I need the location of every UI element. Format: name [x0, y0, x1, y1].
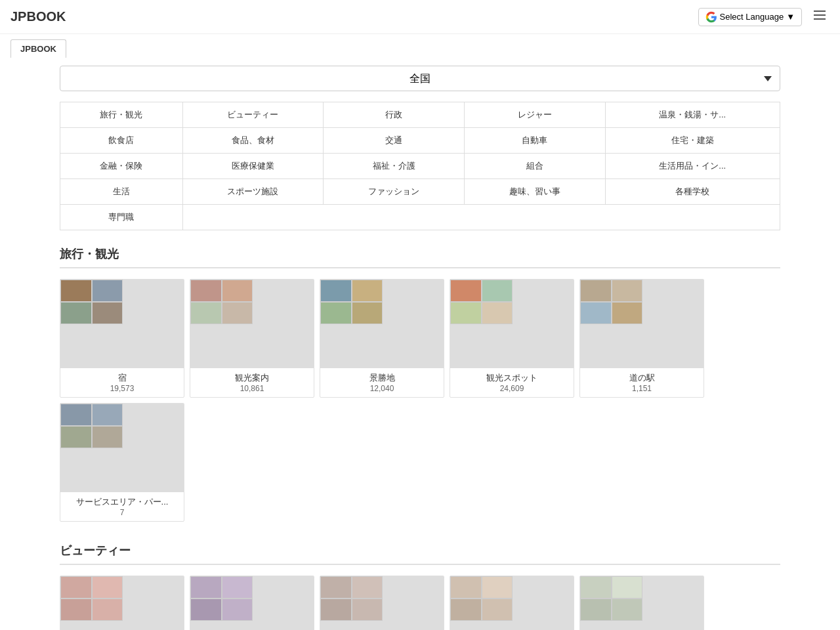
card-info: 道の駅 1,151	[580, 368, 704, 397]
region-select[interactable]: 全国	[60, 66, 780, 91]
card-img-bot-right	[612, 302, 643, 324]
card-img-top-left	[580, 576, 612, 598]
card-img-bot-left	[190, 302, 222, 324]
card-img-top-left	[60, 280, 92, 302]
category-cell[interactable]: ビューティー	[182, 102, 324, 128]
card[interactable]	[320, 576, 444, 630]
section-beauty: ビューティー	[60, 543, 780, 630]
category-cell[interactable]: 飲食店	[60, 128, 183, 154]
main-content: 全国 旅行・観光ビューティー行政レジャー温泉・銭湯・サ...飲食店食品、食材交通…	[49, 58, 791, 630]
category-cell[interactable]: 住宅・建築	[605, 128, 780, 154]
card-img-bot-right	[612, 598, 643, 621]
card-info: 宿 19,573	[60, 368, 184, 397]
section-divider	[60, 267, 780, 268]
card[interactable]	[60, 576, 184, 630]
card-images	[450, 576, 574, 630]
section-title: ビューティー	[60, 543, 131, 558]
translate-button[interactable]: Select Language ▼	[698, 8, 802, 26]
category-cell[interactable]	[464, 205, 605, 230]
section-header: ビューティー	[60, 543, 780, 558]
category-cell[interactable]: 温泉・銭湯・サ...	[605, 102, 780, 128]
translate-arrow: ▼	[786, 12, 795, 22]
tab-jpbook[interactable]: JPBOOK	[10, 39, 66, 58]
svg-rect-1	[814, 14, 826, 16]
card-img-bot-right	[222, 302, 253, 324]
card-info: 観光案内 10,861	[190, 368, 314, 397]
card-name: 観光案内	[196, 372, 308, 384]
card-img-top-left	[190, 280, 222, 302]
sections-container: 旅行・観光 宿 19,573	[60, 246, 780, 630]
category-cell[interactable]: スポーツ施設	[182, 179, 324, 205]
category-cell[interactable]: 旅行・観光	[60, 102, 183, 128]
category-cell[interactable]: 医療保健業	[182, 154, 324, 179]
category-cell[interactable]	[324, 205, 465, 230]
section-travel: 旅行・観光 宿 19,573	[60, 246, 780, 522]
card[interactable]: 観光スポット 24,609	[450, 279, 574, 398]
card-img-bot-right	[352, 302, 383, 324]
category-cell[interactable]: 生活	[60, 179, 183, 205]
card-img-inner	[320, 576, 383, 621]
card-img-top-right	[612, 576, 643, 598]
category-cell[interactable]: 食品、食材	[182, 128, 324, 154]
section-title: 旅行・観光	[60, 246, 119, 262]
card-img-inner	[60, 280, 123, 324]
category-cell[interactable]: 金融・保険	[60, 154, 183, 179]
category-cell[interactable]: レジャー	[464, 102, 605, 128]
category-cell[interactable]: 各種学校	[605, 179, 780, 205]
category-cell[interactable]: 組合	[464, 154, 605, 179]
card-img-top-left	[320, 280, 352, 302]
category-cell[interactable]: 自動車	[464, 128, 605, 154]
card-name: 宿	[66, 372, 178, 384]
card[interactable]: 景勝地 12,040	[320, 279, 444, 398]
card-images	[580, 280, 704, 368]
card-img-top-right	[222, 576, 253, 598]
card-images	[320, 280, 444, 368]
card-images	[60, 280, 184, 368]
card-img-top-left	[450, 280, 482, 302]
translate-label: Select Language	[720, 12, 784, 22]
card-img-top-left	[450, 576, 482, 598]
section-divider	[60, 564, 780, 565]
card-img-inner	[320, 280, 383, 324]
list-view-button[interactable]	[810, 5, 830, 28]
card[interactable]	[450, 576, 574, 630]
card-images	[60, 404, 184, 492]
card-img-inner	[580, 280, 642, 324]
card-images	[580, 576, 704, 630]
svg-rect-2	[814, 18, 826, 20]
category-cell[interactable]: 趣味、習い事	[464, 179, 605, 205]
card[interactable]	[579, 576, 704, 630]
card-img-bot-left	[60, 426, 92, 448]
card-img-top-right	[352, 280, 383, 302]
card-img-bot-right	[92, 302, 123, 324]
card-img-bot-left	[320, 598, 352, 621]
card[interactable]: サービスエリア・パー... 7	[60, 403, 184, 522]
card-img-top-right	[92, 280, 123, 302]
category-cell[interactable]	[605, 205, 780, 230]
card[interactable]	[190, 576, 314, 630]
card-img-inner	[450, 280, 513, 324]
card-img-bot-right	[92, 598, 123, 621]
logo[interactable]: JPBOOK	[10, 9, 66, 24]
category-cell[interactable]: 交通	[324, 128, 465, 154]
list-icon	[812, 8, 827, 22]
card-img-top-right	[92, 576, 123, 598]
card-info: 観光スポット 24,609	[450, 368, 574, 397]
card-img-inner	[450, 576, 513, 621]
card[interactable]: 道の駅 1,151	[579, 279, 704, 398]
category-cell[interactable]: 行政	[324, 102, 465, 128]
card-img-inner	[190, 280, 253, 324]
card[interactable]: 観光案内 10,861	[190, 279, 314, 398]
card-img-inner	[60, 404, 123, 448]
card-img-top-left	[320, 576, 352, 598]
card-images	[60, 576, 184, 630]
category-cell[interactable]	[182, 205, 324, 230]
card-img-bot-left	[190, 598, 222, 621]
category-cell[interactable]: ファッション	[324, 179, 465, 205]
card[interactable]: 宿 19,573	[60, 279, 184, 398]
category-cell[interactable]: 専門職	[60, 205, 183, 230]
category-cell[interactable]: 生活用品・イン...	[605, 154, 780, 179]
card-name: 観光スポット	[455, 372, 568, 384]
category-cell[interactable]: 福祉・介護	[324, 154, 465, 179]
header: JPBOOK Select Language ▼	[0, 0, 840, 34]
